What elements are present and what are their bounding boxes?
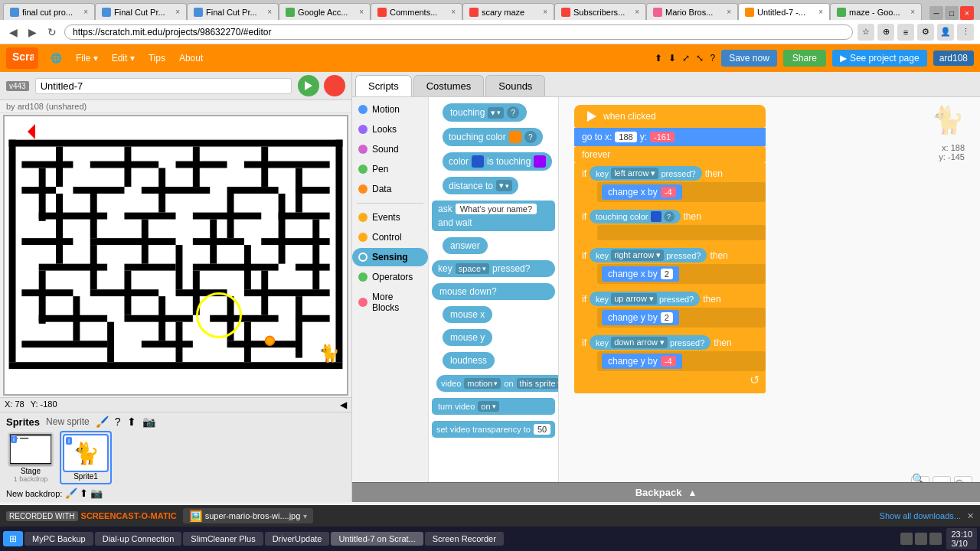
bookmark-icon[interactable]: ⊕	[877, 24, 894, 41]
stage-sprite-item[interactable]: i Stage 1 backdrop	[6, 431, 55, 484]
menu-file[interactable]: File ▾	[70, 50, 104, 67]
checkbox-color-touching[interactable]	[432, 157, 441, 166]
video-dropdown[interactable]: motion	[464, 378, 501, 389]
tab-1-close[interactable]: ×	[83, 8, 88, 16]
close-window-btn[interactable]: ×	[960, 6, 974, 20]
block-touching-color[interactable]: touching color ?	[443, 128, 543, 146]
menu-icon[interactable]: ⋮	[957, 24, 974, 41]
if-right-block[interactable]: if key right arrow ▾ pressed? then chang…	[574, 245, 766, 289]
surprise-icon[interactable]: ?	[115, 416, 121, 428]
color-swatch[interactable]	[472, 155, 484, 168]
checkbox-mouse-x[interactable]	[432, 310, 441, 319]
checkbox-distance[interactable]	[432, 181, 441, 191]
key-dropdown[interactable]: space	[456, 263, 489, 274]
cat-data[interactable]: Data	[352, 180, 428, 198]
touching-color-condition[interactable]: touching color ?	[590, 210, 681, 223]
touching-color-help[interactable]: ?	[524, 131, 537, 143]
back-btn[interactable]: ◀	[6, 24, 21, 40]
cat-more-blocks[interactable]: More Blocks	[352, 288, 428, 317]
project-title-input[interactable]	[35, 78, 292, 94]
color-swatch-tc[interactable]	[651, 211, 662, 222]
block-ask[interactable]: ask What's your name? and wait	[432, 201, 555, 231]
tab-1[interactable]: final cut pro... ×	[3, 3, 95, 20]
maximize-btn[interactable]: □	[945, 6, 959, 20]
user-icon[interactable]: 👤	[937, 24, 954, 41]
save-now-btn[interactable]: Save now	[721, 50, 777, 67]
upload-backdrop-icon[interactable]: ⬆	[80, 487, 88, 499]
change-y-down-block[interactable]: change y by -4	[602, 354, 682, 369]
if-touching-color-block[interactable]: if touching color ? then	[574, 207, 766, 245]
cat-sensing[interactable]: Sensing	[352, 248, 428, 266]
menu-globe[interactable]: 🌐	[44, 50, 68, 67]
block-video[interactable]: video motion on this sprite	[436, 375, 559, 392]
camera-backdrop-icon[interactable]: 📷	[90, 487, 103, 499]
tab-3[interactable]: Final Cut Pr... ×	[187, 3, 279, 20]
refresh-btn[interactable]: ↻	[44, 24, 60, 40]
tab-3-close[interactable]: ×	[267, 8, 272, 16]
cat-sound[interactable]: Sounds Sound	[352, 140, 428, 158]
green-flag-btn[interactable]	[298, 75, 319, 96]
tab-4[interactable]: Google Acc... ×	[279, 3, 371, 20]
start-button[interactable]: ⊞	[3, 531, 23, 546]
cat-pen[interactable]: Pen	[352, 160, 428, 178]
tab-sounds[interactable]: Sounds	[485, 75, 545, 96]
change-y-up-block[interactable]: change y by 2	[602, 310, 679, 325]
file-badge[interactable]: 🖼️ super-mario-bros-wi....jpg ▾	[183, 508, 314, 523]
forward-btn[interactable]: ▶	[25, 24, 40, 40]
checkbox-touching-color[interactable]	[432, 132, 441, 142]
sprite1-item[interactable]: 🐈 i Sprite1	[60, 431, 112, 484]
checkbox-answer[interactable]	[432, 241, 441, 250]
share-btn[interactable]: Share	[783, 50, 826, 67]
block-key-pressed[interactable]: key space pressed?	[432, 260, 555, 277]
stop-btn[interactable]	[324, 75, 345, 96]
tab-scripts[interactable]: Scripts	[355, 75, 412, 96]
change-x-left-block[interactable]: change x by -4	[602, 184, 682, 200]
if-down-block[interactable]: if key down arrow ▾ pressed? then change…	[574, 332, 766, 393]
paint-sprite-icon[interactable]: 🖌️	[96, 416, 109, 428]
tab-6[interactable]: scary maze ×	[462, 3, 554, 20]
block-video-transparency[interactable]: set video transparency to 50	[432, 421, 555, 438]
taskbar-scratch[interactable]: Untitled-7 on Scrat...	[331, 532, 423, 546]
tab-10[interactable]: maze - Goo... ×	[830, 3, 922, 20]
camera-sprite-icon[interactable]: 📷	[142, 416, 155, 428]
block-turn-video[interactable]: turn video on	[432, 398, 555, 415]
tab-costumes[interactable]: Costumes	[413, 75, 485, 96]
upload-sprite-icon[interactable]: ⬆	[127, 416, 136, 428]
distance-dropdown[interactable]: ▾	[496, 180, 512, 191]
settings-icon[interactable]: ⚙	[917, 24, 934, 41]
cat-events[interactable]: Events	[352, 208, 428, 227]
up-arrow-dropdown[interactable]: up arrow ▾	[611, 293, 657, 305]
expand-stage-btn[interactable]: ◀	[340, 399, 347, 410]
taskbar-screenrecorder[interactable]: Screen Recorder	[425, 532, 504, 546]
tab-7-close[interactable]: ×	[635, 8, 639, 16]
go-to-x-value[interactable]: 188	[615, 132, 636, 142]
turn-video-dropdown[interactable]: on	[478, 401, 498, 412]
show-downloads-btn[interactable]: Show all downloads...	[880, 511, 961, 520]
menu-about[interactable]: About	[173, 50, 209, 67]
tab-6-close[interactable]: ×	[543, 8, 547, 16]
taskbar-driverupdate[interactable]: DriverUpdate	[265, 532, 330, 546]
left-arrow-dropdown[interactable]: left arrow ▾	[611, 168, 658, 179]
tab-5-close[interactable]: ×	[451, 8, 456, 16]
down-arrow-dropdown[interactable]: down arrow ▾	[611, 337, 668, 348]
tab-7[interactable]: Subscribers... ×	[554, 3, 646, 20]
taskbar-slimcleaner[interactable]: SlimCleaner Plus	[183, 532, 263, 546]
tab-8-close[interactable]: ×	[727, 8, 731, 16]
sprite-dropdown[interactable]: this sprite	[517, 378, 559, 389]
key-left-condition[interactable]: key left arrow ▾ pressed?	[590, 166, 702, 181]
minimize-btn[interactable]: ─	[929, 6, 943, 20]
tab-2[interactable]: Final Cut Pr... ×	[95, 3, 187, 20]
block-color-touching[interactable]: color is touching	[443, 152, 552, 171]
tab-5[interactable]: Comments... ×	[371, 3, 462, 20]
tab-8[interactable]: Mario Bros... ×	[646, 3, 738, 20]
cat-motion[interactable]: Motion	[352, 100, 428, 119]
see-project-btn[interactable]: ▶ See project page	[832, 50, 927, 67]
touching-help[interactable]: ?	[507, 106, 519, 119]
tab-10-close[interactable]: ×	[910, 8, 915, 16]
file-dropdown-icon[interactable]: ▾	[303, 512, 307, 520]
block-mouse-x[interactable]: mouse x	[443, 306, 492, 323]
checkbox-mouse-y[interactable]	[432, 333, 441, 342]
ask-input-value[interactable]: What's your name?	[456, 204, 537, 214]
block-distance[interactable]: distance to ▾	[443, 177, 518, 194]
touching-swatch[interactable]	[534, 155, 546, 168]
